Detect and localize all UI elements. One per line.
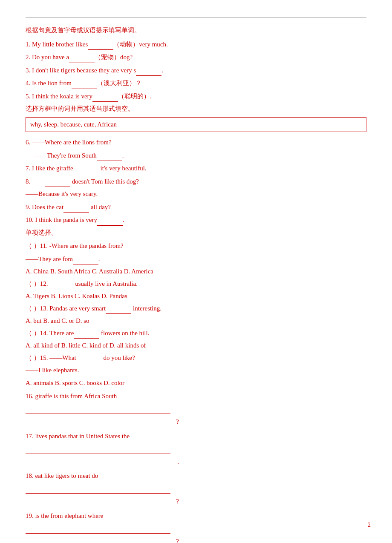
mc-q13: （ ）13. Pandas are very smart interesting… xyxy=(26,303,366,314)
q8-blank[interactable] xyxy=(45,176,70,187)
q8-text: 8. —— xyxy=(26,178,45,185)
q3-blank[interactable] xyxy=(136,65,161,76)
q13-blank[interactable] xyxy=(106,303,131,314)
q19-answer-line[interactable] xyxy=(26,522,170,534)
q13-mid: interesting. xyxy=(131,305,161,312)
q17-answer-line[interactable] xyxy=(26,442,170,454)
mc-q11: （ ）11. -Where are the pandas from? xyxy=(26,241,366,252)
q4-num: 4. Is the lion from xyxy=(26,80,72,86)
q12-blank[interactable] xyxy=(48,278,74,290)
q7-text: 7. I like the giraffe xyxy=(26,165,73,172)
q1-blank[interactable] xyxy=(88,39,113,50)
q4-blank[interactable] xyxy=(72,78,97,89)
q5-hint: （聪明的）. xyxy=(118,93,152,100)
q15-mid: do you like? xyxy=(102,354,135,361)
word-box: why, sleep, because, cute, African xyxy=(26,117,366,132)
q7-mid: it's very beautiful. xyxy=(99,165,147,172)
q8-mid: doesn't Tom like this dog? xyxy=(70,178,139,185)
q16-answer-line[interactable] xyxy=(26,403,170,414)
q14-text: （ ）14. There are xyxy=(26,330,74,336)
q19-end-mark: ? xyxy=(26,536,179,543)
reorder-questions-section: 16. giraffe is this from Africa South ? … xyxy=(26,391,366,543)
q9-text: 9. Does the cat xyxy=(26,204,63,210)
fill-q1: 1. My little brother likes （动物）very much… xyxy=(26,39,366,50)
q3-num: 3. I don't like tigers because they are … xyxy=(26,67,136,74)
q15-blank[interactable] xyxy=(76,352,102,364)
q18-end-mark: ? xyxy=(26,496,179,507)
q2-blank[interactable] xyxy=(69,52,95,63)
q10-end: . xyxy=(123,216,124,223)
fill-questions-section: 1. My little brother likes （动物）very much… xyxy=(26,39,366,102)
mc-q11-sub: ——They are fom . xyxy=(26,253,366,265)
page-number: 2 xyxy=(368,520,371,530)
q11-blank[interactable] xyxy=(73,253,98,265)
q13-text: （ ）13. Pandas are very smart xyxy=(26,305,106,312)
mc-q15: （ ）15. ——What do you like? xyxy=(26,352,366,364)
q9-mid: all day? xyxy=(89,204,111,210)
q2-num: 2. Do you have a xyxy=(26,54,69,60)
mc-q11-choices: A. China B. South Africa C. Australia D.… xyxy=(26,266,366,277)
q5-num: 5. I think the koala is very xyxy=(26,93,92,100)
mc-instructions: 单项选择。 xyxy=(26,227,366,238)
q4-hint: （澳大利亚）？ xyxy=(97,80,142,86)
q6-blank[interactable] xyxy=(97,150,122,161)
fill-q5: 5. I think the koala is very （聪明的）. xyxy=(26,91,366,102)
q10-blank[interactable] xyxy=(97,214,123,226)
word-box-container: why, sleep, because, cute, African xyxy=(26,117,366,135)
fill-q4: 4. Is the lion from （澳大利亚）？ xyxy=(26,78,366,89)
sel-q8-sub: ——Because it's very scary. xyxy=(26,189,366,200)
sel-q8: 8. —— doesn't Tom like this dog? xyxy=(26,176,366,187)
fill-instructions-1: 根据句意及首字母或汉语提示填写单词。 xyxy=(26,25,366,36)
q8-sub-text: ——Because it's very scary. xyxy=(26,190,98,197)
q7-blank[interactable] xyxy=(73,163,99,174)
q16-num: 16. giraffe is this from Africa South xyxy=(26,393,117,399)
q11-end: . xyxy=(98,256,100,262)
q11-sub: ——They are fom xyxy=(26,256,73,262)
q1-hint: （动物）very much. xyxy=(113,41,167,48)
q6-text: 6. ——Where are the lions from? xyxy=(26,139,112,146)
top-divider xyxy=(26,17,366,17)
q18-num: 18. eat like tigers to meat do xyxy=(26,472,98,479)
q12-text: （ ）12. xyxy=(26,280,48,287)
q14-blank[interactable] xyxy=(74,328,99,339)
q2-hint: （宠物）dog? xyxy=(95,54,133,60)
q15-text: （ ）15. ——What xyxy=(26,354,76,361)
fill-q2: 2. Do you have a （宠物）dog? xyxy=(26,52,366,63)
select-questions-section: 6. ——Where are the lions from? ——They're… xyxy=(26,137,366,226)
fill-q3: 3. I don't like tigers because they are … xyxy=(26,65,366,76)
q6-sub: ——They're from South xyxy=(34,152,97,159)
reorder-q19: 19. is the from elephant where xyxy=(26,511,366,522)
q16-end-mark: ? xyxy=(26,417,179,428)
q17-end-mark: . xyxy=(26,457,179,468)
q3-hint: . xyxy=(161,67,163,74)
reorder-q18: 18. eat like tigers to meat do xyxy=(26,471,366,482)
q12-mid: usually live in Australia. xyxy=(74,280,138,287)
mc-q15-choices: A. animals B. sports C. books D. color xyxy=(26,378,366,389)
q19-num: 19. is the from elephant where xyxy=(26,512,103,519)
mc-q14-choices: A. all kind of B. little C. kind of D. a… xyxy=(26,340,366,351)
q1-num: 1. My little brother likes xyxy=(26,41,88,48)
mc-q14: （ ）14. There are flowers on the hill. xyxy=(26,328,366,339)
sel-q6-sub: ——They're from South . xyxy=(26,150,366,161)
q14-mid: flowers on the hill. xyxy=(99,330,149,336)
mc-q13-choices: A. but B. and C. or D. so xyxy=(26,316,366,327)
mc-q12-choices: A. Tigers B. Lions C. Koalas D. Pandas xyxy=(26,291,366,302)
sel-q10: 10. I think the panda is very . xyxy=(26,214,366,226)
reorder-q16: 16. giraffe is this from Africa South xyxy=(26,391,366,402)
q15-sub: ——I like elephants. xyxy=(26,367,79,373)
mc-q15-sub: ——I like elephants. xyxy=(26,365,366,376)
mc-questions-section: （ ）11. -Where are the pandas from? ——The… xyxy=(26,241,366,388)
q11-text: （ ）11. -Where are the pandas from? xyxy=(26,242,124,249)
mc-q12: （ ）12. usually live in Australia. xyxy=(26,278,366,290)
sel-q7: 7. I like the giraffe it's very beautifu… xyxy=(26,163,366,174)
sel-q6: 6. ——Where are the lions from? xyxy=(26,137,366,148)
q10-text: 10. I think the panda is very xyxy=(26,216,97,223)
q17-num: 17. lives pandas that in United States t… xyxy=(26,433,130,440)
select-instructions: 选择方框中的词并用其适当形式填空。 xyxy=(26,103,366,115)
q18-answer-line[interactable] xyxy=(26,483,170,494)
q5-blank[interactable] xyxy=(92,91,118,102)
reorder-q17: 17. lives pandas that in United States t… xyxy=(26,431,366,442)
q6-end: . xyxy=(122,152,124,159)
q9-blank[interactable] xyxy=(63,201,89,213)
sel-q9: 9. Does the cat all day? xyxy=(26,201,366,213)
